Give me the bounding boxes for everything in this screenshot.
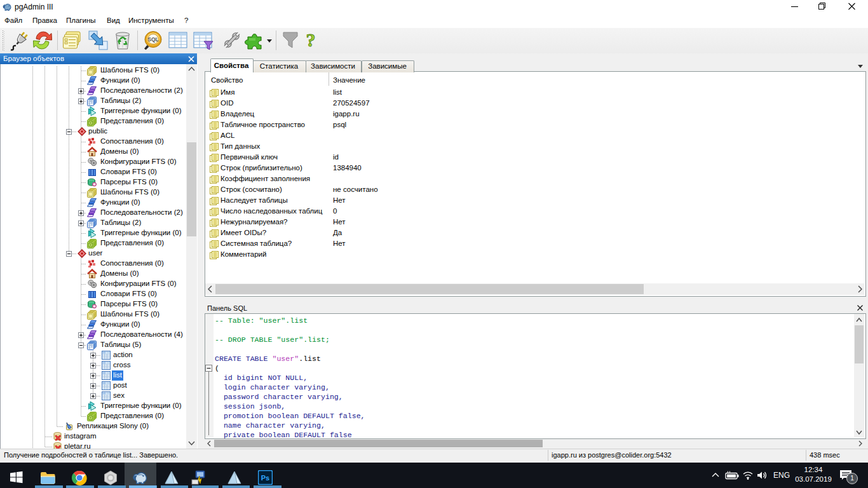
svg-text:Ps: Ps bbox=[261, 474, 269, 482]
svg-text:SQL: SQL bbox=[147, 36, 158, 43]
svg-text:?: ? bbox=[306, 30, 316, 50]
